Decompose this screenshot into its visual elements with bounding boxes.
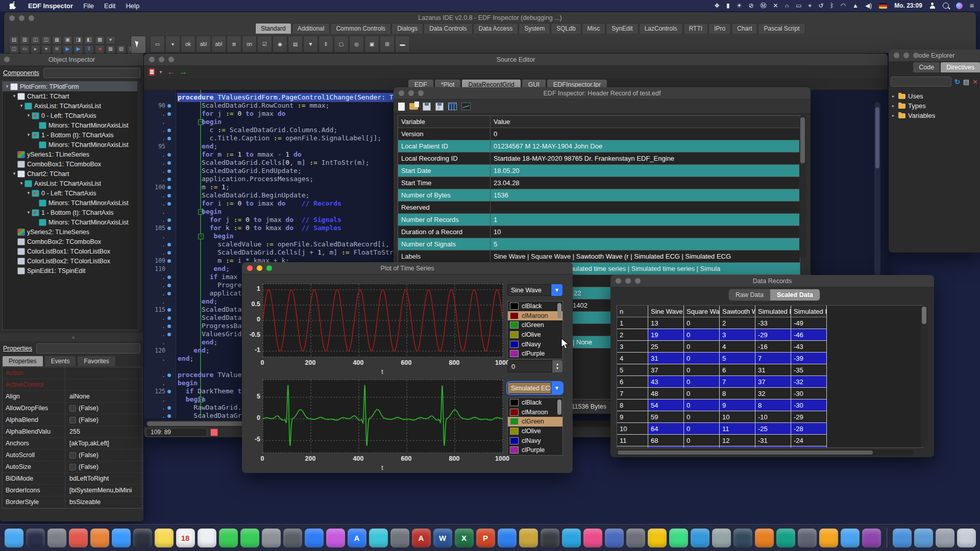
table-row[interactable]: 21903-29-46 [617,329,922,341]
dock-contacts[interactable] [262,529,281,547]
column-header[interactable]: Square Wave [684,306,720,317]
breakpoint-dot-icon[interactable] [167,373,171,377]
breakpoint-dot-icon[interactable] [167,202,171,206]
dock-downloads[interactable] [914,529,933,547]
property-row[interactable]: AlphaBlendValu255 [3,426,142,438]
dock-finder[interactable] [5,529,23,547]
dock-itunes[interactable] [326,529,345,547]
dock-safari[interactable] [112,529,131,547]
dock-terminal[interactable] [541,529,559,547]
collapse-icon[interactable]: ▼ [26,133,31,137]
palette-tab-dialogs[interactable]: Dialogs [391,23,423,34]
data-records-hscrollbar[interactable] [617,449,914,456]
breakpoint-dot-icon[interactable] [167,390,171,393]
component-button[interactable]: ▣ [364,36,379,53]
property-row[interactable]: BiDiModebdLeftToRight [3,473,142,485]
collapse-icon[interactable]: ▼ [26,210,31,215]
palette-tab-ipro[interactable]: IPro [708,23,731,34]
property-value[interactable]: [biSystemMenu,biMini [65,487,132,494]
component-button[interactable]: ok [181,36,195,53]
chevron-down-icon[interactable]: ▼ [551,382,562,394]
expand-icon[interactable]: ▸ [891,113,896,118]
dock-siri[interactable] [26,529,45,547]
toolbar-button[interactable]: ◫ [31,36,40,44]
color-option-clpurple[interactable]: clPurple [508,349,562,359]
color-option-clpurple[interactable]: clPurple [508,445,562,455]
dock-firefox[interactable] [90,529,109,547]
tree-item[interactable]: ▼AxisList: TChartAxisList [3,101,138,111]
palette-tab-misc[interactable]: Misc [582,23,606,34]
palette-tab-data-access[interactable]: Data Access [473,23,519,34]
breakpoint-dot-icon[interactable] [167,169,171,173]
property-value[interactable]: [akTop,akLeft] [65,440,109,447]
dock-excel[interactable]: X [455,529,474,547]
toolbar-button[interactable]: ‖ [84,45,94,54]
window-controls[interactable] [247,265,272,271]
dock-camera[interactable] [283,529,302,547]
edf-row[interactable]: Version0 [398,128,800,140]
tree-item[interactable]: Minors: TChartMinorAxisList [3,198,138,208]
property-value[interactable]: bsSizeable [65,498,101,506]
dock-yellow-app[interactable] [648,529,667,547]
toolbar-button[interactable]: ▸ [31,45,40,54]
component-button[interactable]: ◎ [349,36,364,53]
edf-table-scrollbar[interactable] [799,116,806,259]
component-button[interactable]: ☑ [257,36,272,53]
palette-tab-lazcontrols[interactable]: LazControls [639,23,683,34]
dock-mail[interactable] [305,529,324,547]
dock-android[interactable] [669,529,688,547]
color-listbox-2[interactable]: clBlackclMaroonclGreenclOliveclNavyclPur… [507,397,563,456]
arc-app-icon[interactable]: ∩ [785,0,790,11]
tree-item[interactable]: ySeries2: TLineSeries [3,227,138,237]
toolbar-button[interactable]: ▥ [20,36,30,44]
menu-edit[interactable]: Edit [99,2,120,10]
dock-files[interactable] [936,529,954,547]
property-row[interactable]: AlphaBlend(False) [3,414,142,426]
column-header[interactable]: Sine Wave [648,306,684,317]
tree-item[interactable]: ▼Chart1: TChart [3,91,138,101]
component-button[interactable]: ⊞ [380,36,395,53]
dock-gray-app[interactable] [390,529,409,547]
dock-gold-app[interactable] [519,529,538,547]
wifi-icon[interactable]: ◠ [841,0,846,11]
breakpoint-dot-icon[interactable] [167,276,171,279]
property-row[interactable]: AutoSize(False) [3,461,142,473]
time-machine-icon[interactable]: ↺ [818,0,823,11]
toolbar-button[interactable]: ◫ [41,36,51,44]
collapse-icon[interactable]: ▼ [26,191,31,195]
dock-red-app[interactable] [69,529,88,547]
checkbox-icon[interactable] [69,417,76,423]
collapse-icon[interactable]: ▼ [5,84,10,89]
checkbox-icon[interactable] [69,452,76,459]
component-button[interactable]: ▭ [150,36,165,53]
dock-dark-app2[interactable] [733,529,752,547]
dock-facetime[interactable] [240,529,259,547]
breakpoint-dot-icon[interactable] [167,178,171,181]
component-button[interactable]: ▬ [395,36,410,53]
collapse-icon[interactable]: ▼ [19,104,24,108]
tree-item[interactable]: ▼1 - Bottom (t): TChartAxis [3,130,138,140]
color-list-scrollbar[interactable] [557,303,561,318]
toolbar-button[interactable]: ≋ [52,45,62,54]
doc-icon[interactable]: ▤ [963,78,969,86]
property-row[interactable]: BorderIcons[biSystemMenu,biMini [3,485,142,496]
tree-item[interactable]: Minors: TChartMinorAxisList [3,217,138,227]
toolbar-button[interactable]: ▣ [63,36,72,44]
breakpoint-dot-icon[interactable] [167,194,171,197]
breakpoint-dot-icon[interactable] [167,227,171,230]
component-button[interactable]: ▢ [334,36,349,53]
property-value[interactable]: 255 [65,428,80,435]
component-button[interactable]: abl [196,36,211,53]
paperclip-icon[interactable]: ⊘ [748,0,753,11]
tools-icon[interactable]: ✕ [972,78,978,86]
breakpoint-dot-icon[interactable] [167,308,171,312]
property-value[interactable]: (False) [65,416,99,423]
menu-file[interactable]: File [78,2,99,10]
toolbar-button[interactable]: ▦ [52,36,62,44]
bluetooth-icon[interactable]: ᛒ [830,0,834,11]
edf-col-variable[interactable]: Variable [398,116,491,128]
toolbar-button[interactable]: ▭ [20,45,30,54]
palette-tab-sqldb[interactable]: SQLdb [551,23,581,34]
toolbar-button[interactable]: ▶ [74,45,83,54]
dock-settings[interactable] [626,529,645,547]
